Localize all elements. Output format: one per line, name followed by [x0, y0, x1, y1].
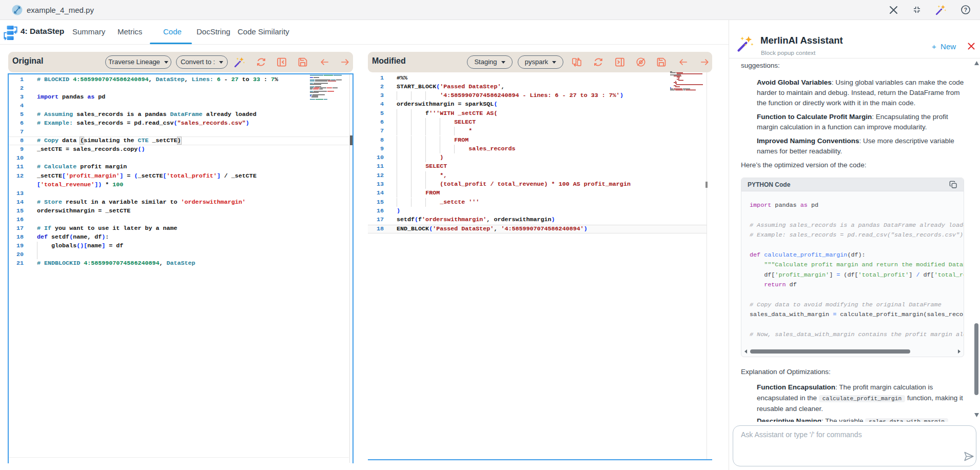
svg-text:?: ?: [964, 7, 967, 13]
